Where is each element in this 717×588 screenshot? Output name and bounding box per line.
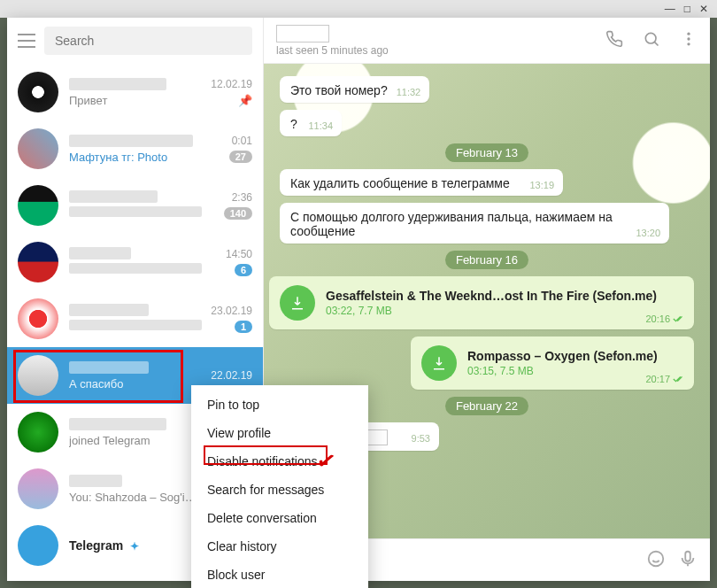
verified-icon: ✦ (130, 540, 139, 553)
svg-point-3 (687, 37, 690, 40)
message-in[interactable]: Это твой номер? 11:32 (280, 76, 429, 103)
search-icon[interactable] (643, 30, 660, 51)
call-icon[interactable] (605, 30, 623, 51)
svg-point-5 (649, 551, 664, 566)
chat-item[interactable]: Мафтуна тг: Photo 0:01 27 (7, 120, 263, 177)
message-time: 20:16 (645, 313, 670, 324)
ctx-delete-conversation[interactable]: Delete conversation (191, 504, 368, 532)
audio-message-out[interactable]: Rompasso – Oxygen (Sefon.me) 03:15, 7.5 … (411, 337, 694, 390)
chat-item[interactable]: 2:36 140 (7, 177, 263, 234)
svg-line-1 (654, 42, 658, 45)
chat-preview-redacted (69, 263, 202, 274)
message-in[interactable]: С помощью долгого удерживания пальца, на… (280, 203, 669, 244)
left-topbar (7, 18, 263, 64)
chat-preview: А спасибо (69, 377, 200, 391)
date-divider: February 13 (445, 143, 528, 162)
audio-title: Gesaffelstein & The Weeknd…ost In The Fi… (326, 289, 683, 303)
chat-preview: Привет (69, 94, 200, 107)
message-time: 11:34 (308, 120, 333, 131)
message-time: 13:19 (529, 180, 554, 190)
emoji-icon[interactable] (646, 549, 666, 572)
chat-preview: joined Telegram (69, 434, 203, 447)
message-time: 11:32 (397, 87, 421, 97)
ctx-clear-history[interactable]: Clear history (191, 532, 368, 561)
search-input[interactable] (44, 27, 252, 55)
chat-name-redacted (69, 475, 122, 487)
message-text: ? (290, 117, 297, 131)
svg-rect-6 (685, 551, 690, 561)
chat-name-redacted (69, 247, 131, 259)
message-in[interactable]: Как удалить сообщение в телеграмме 13:19 (280, 169, 563, 196)
chat-time: 12.02.19 (211, 78, 252, 90)
svg-point-0 (645, 33, 656, 43)
ctx-view-profile[interactable]: View profile (191, 419, 368, 447)
chat-status: last seen 5 minutes ago (276, 44, 389, 57)
context-menu: Pin to top View profile Disable notifica… (191, 385, 368, 588)
chat-time: 2:36 (232, 191, 252, 204)
download-icon[interactable] (280, 285, 315, 321)
chat-time: 14:50 (226, 248, 252, 260)
audio-meta: 03:22, 7.7 MB (326, 305, 683, 317)
download-icon[interactable] (421, 345, 457, 381)
chat-preview: Мафтуна тг: Photo (69, 151, 203, 164)
unread-badge: 1 (235, 321, 252, 333)
unread-badge: 140 (224, 207, 252, 220)
chat-item[interactable]: Привет 12.02.19 📌 (7, 64, 263, 120)
avatar (18, 468, 58, 509)
svg-point-2 (687, 32, 690, 35)
pin-icon: 📌 (238, 94, 252, 107)
chat-time: 22.02.19 (211, 369, 252, 382)
chat-preview-redacted (69, 206, 202, 217)
unread-badge: 27 (229, 151, 252, 163)
more-icon[interactable] (680, 30, 698, 51)
message-time: 20:17 (645, 374, 670, 384)
message-text: С помощью долгого удерживания пальца, на… (290, 210, 613, 238)
avatar (18, 72, 58, 112)
microphone-icon[interactable] (678, 549, 698, 572)
svg-point-4 (687, 43, 690, 45)
date-divider: February 16 (445, 251, 528, 269)
avatar (18, 525, 58, 566)
unread-badge: 6 (235, 264, 252, 276)
ctx-disable-notifications[interactable]: Disable notifications (191, 447, 368, 476)
avatar (18, 355, 58, 396)
chat-item[interactable]: 14:50 6 (7, 234, 263, 290)
menu-icon[interactable] (18, 34, 35, 48)
read-ticks-icon (673, 375, 685, 383)
chat-header: last seen 5 minutes ago (264, 18, 710, 64)
chat-item[interactable]: 23.02.19 1 (7, 290, 263, 347)
chat-name: Telegram (69, 538, 123, 553)
read-ticks-icon (673, 314, 685, 323)
audio-title: Rompasso – Oxygen (Sefon.me) (467, 349, 683, 363)
message-time: 13:20 (636, 228, 660, 238)
avatar (18, 412, 58, 453)
message-text: Как удалить сообщение в телеграмме (290, 176, 510, 190)
date-divider: February 22 (445, 397, 528, 415)
chat-name-redacted (69, 135, 193, 147)
chat-name-redacted (69, 361, 149, 374)
app-window: Привет 12.02.19 📌 Мафтуна тг: Photo 0:01… (7, 18, 710, 581)
message-time: 9:53 (412, 433, 430, 444)
chat-name-redacted (69, 190, 158, 203)
ctx-search-for-messages[interactable]: Search for messages (191, 476, 368, 504)
window-minimize[interactable]: — (665, 3, 675, 15)
chat-time: 23.02.19 (211, 305, 252, 317)
message-in[interactable]: ? 11:34 (280, 110, 342, 136)
avatar (18, 242, 58, 282)
window-titlebar: — □ ✕ (0, 0, 717, 18)
chat-time: 0:01 (232, 135, 252, 147)
chat-title-redacted (276, 25, 329, 43)
ctx-pin-to-top[interactable]: Pin to top (191, 391, 368, 419)
chat-preview-redacted (69, 320, 202, 330)
window-maximize[interactable]: □ (684, 3, 690, 15)
chat-name-redacted (69, 304, 149, 316)
chat-preview: You: Shahzoda – Sog'i… (69, 491, 203, 504)
audio-message-out[interactable]: Gesaffelstein & The Weeknd…ost In The Fi… (269, 276, 694, 329)
ctx-block-user[interactable]: Block user (191, 561, 368, 588)
avatar (18, 298, 58, 339)
avatar (18, 128, 58, 169)
avatar (18, 185, 58, 226)
message-text: Это твой номер? (290, 83, 388, 97)
window-close[interactable]: ✕ (699, 3, 708, 15)
chat-name-redacted (69, 78, 166, 90)
